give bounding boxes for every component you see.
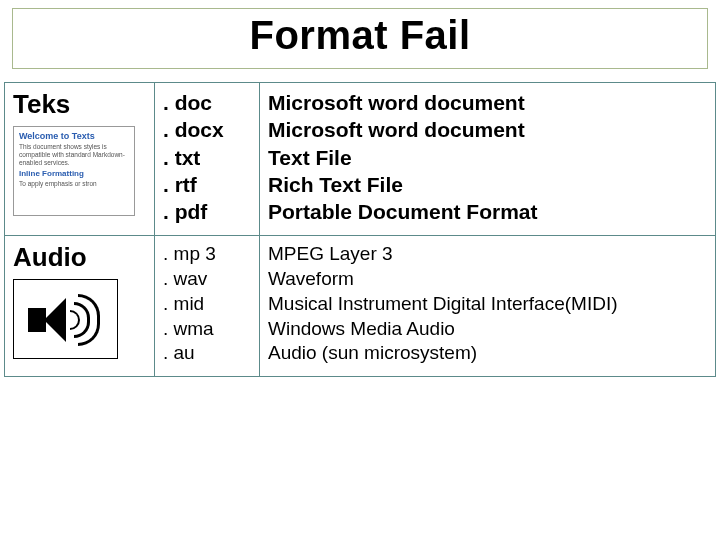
extension: . wav (163, 267, 251, 292)
extension: . mid (163, 292, 251, 317)
thumb-subheading: Inline Formatting (19, 169, 129, 178)
thumb-paragraph: To apply emphasis or stron (19, 180, 129, 188)
extension: . txt (163, 144, 251, 171)
description: Portable Document Format (268, 198, 707, 225)
thumb-heading: Welcome to Texts (19, 131, 129, 141)
extensions-cell: . mp 3 . wav . mid . wma . au (155, 236, 260, 376)
extension: . doc (163, 89, 251, 116)
category-label: Teks (13, 89, 146, 120)
description: Microsoft word document (268, 116, 707, 143)
description: Text File (268, 144, 707, 171)
descriptions-cell: MPEG Layer 3 Waveform Musical Instrument… (260, 236, 716, 376)
description: Windows Media Audio (268, 317, 707, 342)
extensions-cell: . doc . docx . txt . rtf . pdf (155, 83, 260, 236)
extension: . pdf (163, 198, 251, 225)
descriptions-cell: Microsoft word document Microsoft word d… (260, 83, 716, 236)
speaker-audio-icon (13, 279, 118, 359)
thumb-paragraph: This document shows styles is compatible… (19, 143, 129, 166)
category-cell: Teks Welcome to Texts This document show… (5, 83, 155, 236)
title-box: Format Fail (12, 8, 708, 69)
extension: . mp 3 (163, 242, 251, 267)
extension: . wma (163, 317, 251, 342)
description: Microsoft word document (268, 89, 707, 116)
slide: Format Fail Teks Welcome to Texts This d… (0, 0, 720, 540)
slide-title: Format Fail (13, 13, 707, 58)
extension: . docx (163, 116, 251, 143)
category-label: Audio (13, 242, 146, 273)
text-document-thumbnail-icon: Welcome to Texts This document shows sty… (13, 126, 135, 216)
extension: . au (163, 341, 251, 366)
format-table: Teks Welcome to Texts This document show… (4, 82, 716, 377)
table-row: Teks Welcome to Texts This document show… (5, 83, 716, 236)
category-cell: Audio (5, 236, 155, 376)
description: Musical Instrument Digital Interface(MID… (268, 292, 707, 317)
description: Waveform (268, 267, 707, 292)
description: Rich Text File (268, 171, 707, 198)
description: Audio (sun microsystem) (268, 341, 707, 366)
description: MPEG Layer 3 (268, 242, 707, 267)
extension: . rtf (163, 171, 251, 198)
table-row: Audio . mp 3 . wav . mid . wma . au (5, 236, 716, 376)
